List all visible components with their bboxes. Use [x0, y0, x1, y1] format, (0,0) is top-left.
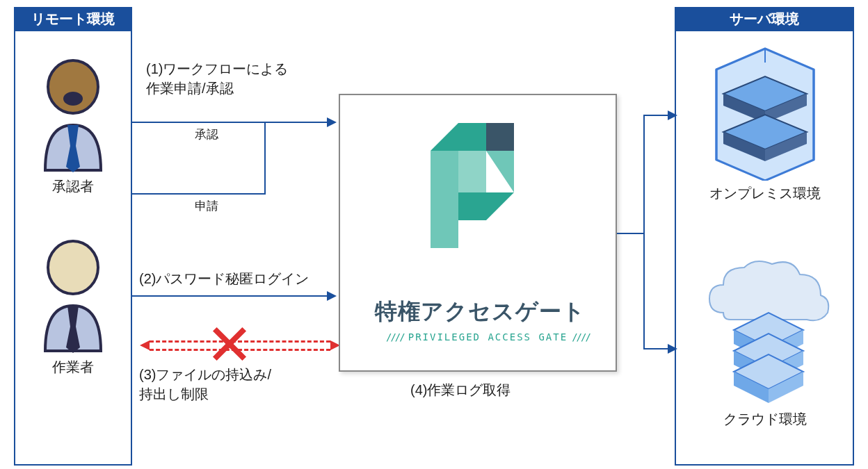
approver-icon	[31, 56, 115, 174]
svg-marker-4	[486, 123, 514, 151]
arrow-to-cloud	[643, 348, 671, 349]
svg-point-2	[48, 241, 98, 294]
arrow-onprem-head	[668, 110, 677, 120]
worker-label: 作業者	[52, 358, 94, 377]
request-sublabel: 申請	[195, 198, 218, 214]
onprem-label: オンプレミス環境	[709, 184, 821, 203]
arrow-request	[132, 193, 266, 195]
svg-point-1	[63, 92, 83, 106]
product-logo-icon	[431, 123, 528, 251]
arrow-login-head	[327, 291, 337, 301]
cloud-server-icon	[702, 257, 835, 406]
svg-marker-3	[431, 123, 486, 151]
approve-sublabel: 承認	[195, 126, 218, 142]
server-panel-title: サーバ環境	[730, 11, 799, 26]
svg-marker-7	[458, 192, 514, 220]
step2-label: (2)パスワード秘匿ログイン	[139, 270, 309, 288]
approval-join-vertical	[264, 122, 266, 193]
dashed-left-head	[140, 340, 150, 350]
arrow-approve	[132, 122, 330, 123]
remote-panel-header: リモート環境	[14, 7, 132, 31]
remote-panel-title: リモート環境	[31, 11, 115, 26]
svg-marker-6	[458, 151, 486, 192]
arrow-cloud-head	[668, 344, 677, 354]
arrow-out-main	[617, 233, 645, 234]
cloud-label: クラウド環境	[723, 410, 807, 429]
arrow-login	[132, 295, 330, 297]
step4-label: (4)作業ログ取得	[410, 381, 511, 400]
svg-marker-8	[431, 151, 458, 248]
svg-marker-5	[486, 151, 514, 192]
step1-label: (1)ワークフローによる 作業申請/承認	[146, 59, 288, 98]
worker-icon	[31, 236, 115, 354]
arrow-to-onprem	[643, 115, 671, 116]
onprem-server-icon	[702, 42, 828, 183]
arrow-out-split-v	[643, 115, 645, 349]
server-panel-header: サーバ環境	[675, 7, 854, 31]
product-subtitle: PRIVILEGED ACCESS GATE	[382, 331, 594, 343]
step3-label: (3)ファイルの持込み/ 持出し制限	[139, 365, 271, 404]
approver-label: 承認者	[52, 177, 94, 196]
product-box: 特権アクセスゲート PRIVILEGED ACCESS GATE	[339, 94, 617, 372]
product-name: 特権アクセスゲート	[375, 297, 586, 327]
arrow-approve-head	[327, 117, 337, 127]
x-icon	[209, 323, 250, 365]
